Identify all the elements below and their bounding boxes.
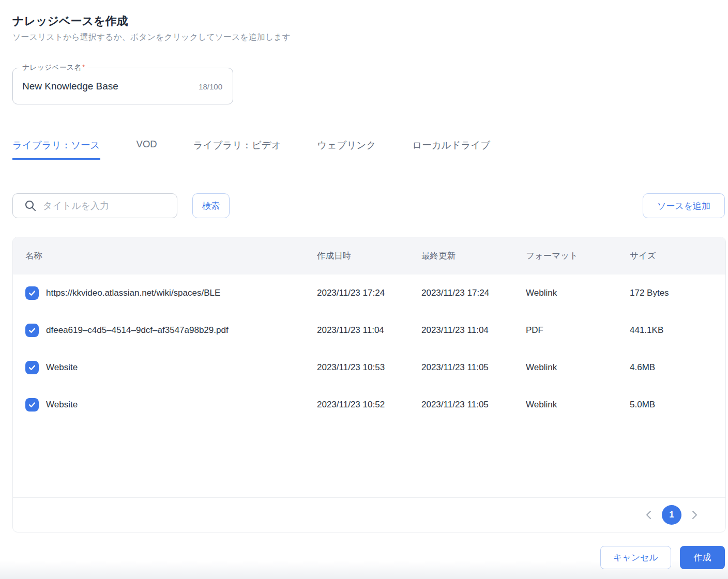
row-checkbox[interactable] — [25, 286, 39, 300]
size-cell: 4.6MB — [630, 362, 725, 373]
created-cell: 2023/11/23 10:53 — [317, 362, 421, 373]
check-icon — [27, 288, 37, 298]
search-input[interactable] — [43, 201, 172, 211]
knowledge-base-name-input[interactable] — [22, 68, 177, 104]
size-cell: 441.1KB — [630, 325, 725, 336]
source-name: https://kkvideo.atlassian.net/wiki/space… — [46, 288, 220, 298]
source-name: Website — [46, 362, 78, 373]
created-cell: 2023/11/23 10:52 — [317, 400, 421, 410]
page-title: ナレッジベースを作成 — [12, 13, 128, 29]
source-tabs: ライブラリ：ソース VOD ライブラリ：ビデオ ウェブリンク ローカルドライブ — [12, 139, 490, 160]
tab-library-video[interactable]: ライブラリ：ビデオ — [193, 139, 281, 160]
tab-weblink[interactable]: ウェブリンク — [317, 139, 376, 160]
size-cell: 172 Bytes — [630, 288, 725, 298]
prev-page-button[interactable] — [644, 508, 654, 522]
next-page-button[interactable] — [690, 508, 700, 522]
table-header: 名称 作成日時 最終更新 フォーマット サイズ — [13, 237, 725, 275]
chevron-right-icon — [692, 510, 697, 520]
row-checkbox[interactable] — [25, 398, 39, 412]
format-cell: Weblink — [526, 288, 630, 298]
name-cell: https://kkvideo.atlassian.net/wiki/space… — [25, 286, 317, 300]
table-footer: 1 — [13, 497, 725, 532]
size-cell: 5.0MB — [630, 400, 725, 410]
updated-cell: 2023/11/23 11:04 — [421, 325, 526, 336]
updated-cell: 2023/11/23 11:05 — [421, 362, 526, 373]
tab-library-source[interactable]: ライブラリ：ソース — [12, 139, 100, 160]
table-row[interactable]: https://kkvideo.atlassian.net/wiki/space… — [13, 275, 725, 312]
created-cell: 2023/11/23 17:24 — [317, 288, 421, 298]
knowledge-base-name-field: ナレッジベース名* 18/100 — [12, 68, 233, 104]
format-cell: Weblink — [526, 362, 630, 373]
check-icon — [27, 326, 37, 335]
col-header-format: フォーマット — [526, 250, 630, 262]
create-button[interactable]: 作成 — [680, 546, 725, 569]
chevron-left-icon — [646, 510, 651, 520]
table-row[interactable]: Website 2023/11/23 10:53 2023/11/23 11:0… — [13, 349, 725, 386]
source-name: dfeea619–c4d5–4514–9dcf–af3547a98b29.pdf — [46, 325, 229, 336]
search-icon — [24, 200, 37, 212]
check-icon — [27, 363, 37, 372]
col-header-created: 作成日時 — [317, 250, 421, 262]
char-counter: 18/100 — [199, 82, 222, 90]
created-cell: 2023/11/23 11:04 — [317, 325, 421, 336]
format-cell: Weblink — [526, 400, 630, 410]
page-subtitle: ソースリストから選択するか、ボタンをクリックしてソースを追加します — [12, 32, 291, 43]
source-name: Website — [46, 400, 78, 410]
col-header-name: 名称 — [25, 250, 317, 262]
create-knowledge-base-page: ナレッジベースを作成 ソースリストから選択するか、ボタンをクリックしてソースを追… — [0, 0, 728, 579]
table-empty-space — [13, 423, 725, 497]
name-cell: Website — [25, 361, 317, 374]
col-header-updated: 最終更新 — [421, 250, 526, 262]
name-cell: dfeea619–c4d5–4514–9dcf–af3547a98b29.pdf — [25, 324, 317, 337]
col-header-size: サイズ — [630, 250, 725, 262]
add-source-button[interactable]: ソースを追加 — [643, 193, 725, 218]
cancel-button[interactable]: キャンセル — [600, 546, 671, 569]
tab-vod[interactable]: VOD — [136, 139, 157, 160]
tab-local-drive[interactable]: ローカルドライブ — [412, 139, 490, 160]
search-button[interactable]: 検索 — [192, 193, 230, 218]
updated-cell: 2023/11/23 17:24 — [421, 288, 526, 298]
table-row[interactable]: Website 2023/11/23 10:52 2023/11/23 11:0… — [13, 386, 725, 423]
table-row[interactable]: dfeea619–c4d5–4514–9dcf–af3547a98b29.pdf… — [13, 312, 725, 349]
row-checkbox[interactable] — [25, 324, 39, 337]
current-page-button[interactable]: 1 — [662, 505, 681, 525]
updated-cell: 2023/11/23 11:05 — [421, 400, 526, 410]
title-search-box — [12, 193, 177, 218]
format-cell: PDF — [526, 325, 630, 336]
name-cell: Website — [25, 398, 317, 412]
row-checkbox[interactable] — [25, 361, 39, 374]
check-icon — [27, 400, 37, 409]
source-table: 名称 作成日時 最終更新 フォーマット サイズ https://kkvideo.… — [12, 237, 726, 532]
